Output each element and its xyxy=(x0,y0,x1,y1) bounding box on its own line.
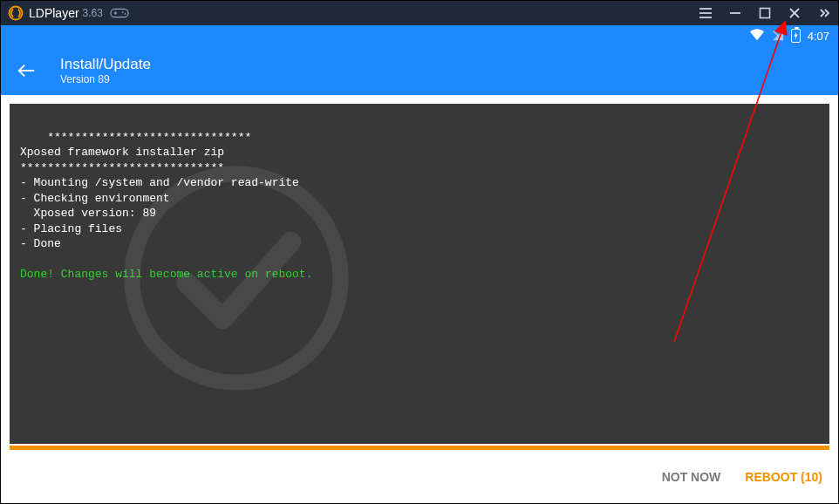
log-line: - Placing files xyxy=(20,222,122,235)
appbar-title-block: Install/Update Version 89 xyxy=(60,56,151,85)
log-line: Xposed framework installer zip xyxy=(20,146,224,159)
log-line: ****************************** xyxy=(20,161,224,174)
wifi-icon xyxy=(749,29,765,44)
content-area: ****************************** Xposed fr… xyxy=(1,95,838,450)
minimize-button[interactable] xyxy=(728,7,742,19)
expand-sidebar-icon[interactable] xyxy=(817,7,831,19)
install-progress-fill xyxy=(10,446,829,450)
appbar-title: Install/Update xyxy=(60,56,151,73)
svg-point-5 xyxy=(124,13,126,15)
install-log-console: ****************************** Xposed fr… xyxy=(10,104,829,444)
log-line: - Done xyxy=(20,237,61,250)
svg-point-4 xyxy=(122,11,124,13)
install-progress-bar xyxy=(10,446,829,450)
controller-icon xyxy=(110,8,129,18)
log-line: ****************************** xyxy=(47,131,251,144)
app-version: 3.63 xyxy=(83,7,103,19)
not-now-button[interactable]: NOT NOW xyxy=(662,470,721,484)
log-line: - Mounting /system and /vendor read-writ… xyxy=(20,176,299,189)
window-titlebar: LDPlayer 3.63 xyxy=(1,1,838,25)
log-success-line: Done! Changes will become active on rebo… xyxy=(20,268,312,281)
app-bar: Install/Update Version 89 xyxy=(1,46,838,95)
appbar-subtitle: Version 89 xyxy=(60,73,151,85)
menu-icon[interactable] xyxy=(699,7,713,19)
log-line: - Checking environment xyxy=(20,192,170,205)
battery-charging-icon xyxy=(791,29,801,43)
reboot-button[interactable]: REBOOT (10) xyxy=(745,470,822,484)
back-button[interactable] xyxy=(17,61,36,80)
android-status-bar: 4:07 xyxy=(1,25,838,46)
close-button[interactable] xyxy=(788,7,801,19)
svg-rect-1 xyxy=(111,9,128,17)
svg-rect-10 xyxy=(761,9,770,18)
maximize-button[interactable] xyxy=(758,7,772,19)
window-controls xyxy=(699,7,831,19)
dialog-actions: NOT NOW REBOOT (10) xyxy=(1,450,838,504)
status-time: 4:07 xyxy=(808,30,829,43)
cell-signal-icon xyxy=(772,29,784,44)
app-name: LDPlayer xyxy=(29,6,79,20)
log-line: Xposed version: 89 xyxy=(20,207,156,220)
ldplayer-logo-icon xyxy=(8,5,24,21)
